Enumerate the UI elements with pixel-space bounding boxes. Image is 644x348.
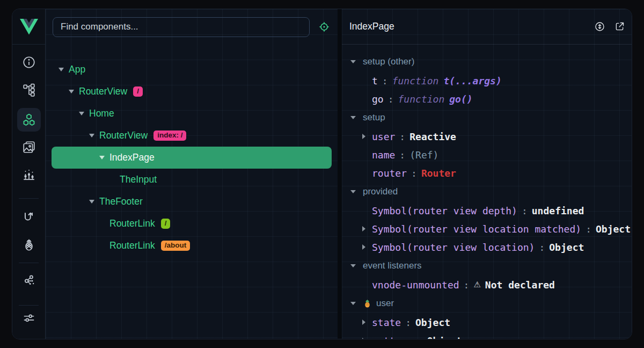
state-row: router : Router (342, 164, 632, 182)
component-tree-panel: App RouterView / Home RouterView index: … (46, 9, 338, 339)
component-name: RouterView (79, 86, 127, 97)
state-row[interactable]: Symbol(router view location matched) : O… (342, 220, 632, 238)
separator: : (539, 242, 545, 253)
state-key: Symbol(router view location) (372, 242, 535, 253)
sidebar (12, 9, 46, 339)
state-key: router (372, 168, 407, 179)
tree-row[interactable]: RouterView / (46, 81, 338, 103)
separator: : (411, 168, 417, 179)
state-row: Symbol(router view depth) : undefined (342, 201, 632, 220)
route-badge: index: / (153, 130, 186, 141)
expander-icon[interactable] (99, 156, 109, 160)
expander-icon[interactable] (89, 134, 99, 137)
function-keyword: function (398, 93, 445, 105)
expand-arrow-icon[interactable] (362, 244, 372, 250)
route-badge: / (133, 86, 143, 97)
expand-arrow-icon[interactable] (362, 226, 372, 231)
state-value: undefined (532, 205, 584, 216)
route-badge: / (161, 219, 171, 229)
tree-row[interactable]: Home (46, 103, 338, 125)
open-in-editor-icon[interactable] (614, 21, 625, 32)
collapse-icon[interactable] (350, 60, 360, 63)
inspector-body: setup (other) t : function t(...args) go… (342, 45, 632, 339)
settings-tab-icon[interactable] (22, 311, 36, 325)
panel-resize-handle[interactable] (338, 9, 342, 339)
inspector-section[interactable]: user (342, 294, 632, 313)
expander-icon[interactable] (58, 68, 69, 71)
router-tab-icon[interactable] (22, 209, 36, 223)
state-value: Reactive (409, 131, 456, 142)
expander-icon[interactable] (69, 90, 79, 93)
inspector-section[interactable]: setup (342, 108, 632, 127)
separator: : (522, 205, 528, 216)
state-value: Object (427, 335, 462, 339)
state-value: Not declared (485, 279, 555, 291)
state-row[interactable]: getters : Object (342, 331, 632, 339)
tree-row[interactable]: TheInput (46, 169, 338, 191)
separator: : (405, 317, 411, 328)
tree-row-selected[interactable]: IndexPage (52, 147, 332, 169)
search-input[interactable] (53, 17, 310, 37)
expand-arrow-icon[interactable] (362, 338, 372, 339)
expand-collapse-all-icon[interactable] (594, 21, 605, 32)
state-value: Object (596, 223, 631, 235)
state-key: go (372, 93, 384, 105)
state-key: Symbol(router view location matched) (372, 223, 581, 235)
pinia-store-icon (363, 299, 372, 308)
components-tab-icon[interactable] (22, 113, 36, 127)
state-row[interactable]: state : Object (342, 313, 632, 331)
inspector-section[interactable]: event listeners (342, 256, 632, 276)
collapse-icon[interactable] (350, 190, 360, 193)
state-inspector-panel: IndexPage setup (other) (342, 9, 632, 339)
section-label: user (376, 298, 394, 309)
tree-row[interactable]: RouterView index: / (46, 125, 338, 147)
tree-row[interactable]: RouterLink / (46, 213, 338, 235)
expand-arrow-icon[interactable] (362, 134, 372, 139)
expander-icon[interactable] (79, 112, 89, 115)
inspector-section[interactable]: setup (other) (342, 52, 632, 71)
tree-row[interactable]: TheFooter (46, 191, 338, 213)
separator: : (382, 75, 388, 86)
state-value: Router (421, 168, 456, 179)
expander-icon[interactable] (89, 200, 99, 204)
state-row[interactable]: Symbol(router view location) : Object (342, 238, 632, 256)
pages-tree-icon[interactable] (22, 83, 36, 97)
pinia-tab-icon[interactable] (22, 238, 36, 252)
separator: : (464, 279, 470, 291)
component-picker-icon[interactable] (318, 21, 330, 33)
sidebar-divider (19, 263, 39, 263)
route-badge: /about (161, 241, 191, 251)
state-row: vnode-unmounted : ⚠ Not declared (342, 276, 632, 294)
separator: : (586, 223, 591, 235)
tree-row[interactable]: RouterLink /about (46, 235, 338, 257)
component-name: RouterLink (109, 240, 155, 251)
expand-arrow-icon[interactable] (362, 320, 372, 325)
component-name: App (69, 64, 85, 75)
vue-devtools-window: App RouterView / Home RouterView index: … (12, 9, 632, 339)
sidebar-divider (19, 198, 39, 199)
state-key: t (372, 75, 378, 86)
state-key: getters (372, 335, 413, 339)
assets-icon[interactable] (22, 140, 36, 154)
collapse-icon[interactable] (350, 302, 360, 305)
component-name: TheInput (120, 174, 157, 185)
function-signature: go() (449, 93, 472, 105)
state-key: user (372, 131, 395, 142)
state-key: vnode-unmounted (372, 279, 459, 291)
state-row: go : function go() (342, 90, 632, 108)
state-row[interactable]: user : Reactive (342, 127, 632, 146)
overview-info-icon[interactable] (22, 55, 36, 69)
tree-row[interactable]: App (46, 59, 338, 81)
state-key: state (372, 317, 401, 328)
component-name: IndexPage (109, 152, 155, 163)
inspector-section[interactable]: provided (342, 182, 632, 201)
state-value: (Ref) (409, 149, 438, 161)
collapse-icon[interactable] (350, 116, 360, 119)
state-key: Symbol(router view depth) (372, 205, 517, 216)
graph-tab-icon[interactable] (22, 273, 36, 287)
inspector-header: IndexPage (342, 9, 632, 45)
timeline-controls-icon[interactable] (22, 168, 36, 182)
state-row: t : function t(...args) (342, 71, 632, 90)
collapse-icon[interactable] (350, 264, 360, 267)
component-name: Home (89, 108, 114, 119)
